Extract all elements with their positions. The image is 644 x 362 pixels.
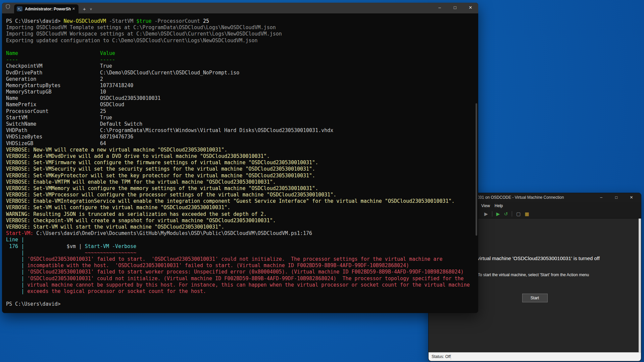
toolbar-separator: [492, 211, 492, 217]
terminal-line: Start-VM: C:\Users\david\OneDrive\Docume…: [6, 230, 474, 237]
minimize-icon[interactable]: –: [594, 193, 609, 202]
terminal-line: CheckpointVM True: [6, 63, 474, 69]
start-vm-icon[interactable]: ▶: [496, 211, 500, 217]
terminal-line: VERBOSE: Start-VM will start the virtual…: [6, 224, 474, 230]
terminal-line: [6, 295, 474, 301]
terminal-line: MemoryStartupBytes 10737418240: [6, 82, 474, 89]
terminal-line: | virtual machine cannot be supported by…: [6, 282, 474, 288]
terminal-line: VHDSizeBytes 68719476736: [6, 134, 474, 140]
terminal-line: | 'OSDCloud230530010031' failed to start…: [6, 269, 474, 275]
terminal-window-controls: – □ ✕: [432, 3, 478, 13]
terminal-line: Importing OSDCloudVM Workspace settings …: [6, 31, 474, 37]
start-button[interactable]: Start: [522, 294, 548, 302]
statusbar-divider: [451, 354, 451, 360]
revert-checkpoint-icon[interactable]: ↺: [504, 211, 508, 217]
tab-title: Administrator: PowerShell: [25, 7, 71, 11]
terminal-line: VERBOSE: Set-VMFirmware will configure t…: [6, 160, 474, 166]
share-icon[interactable]: ▦: [525, 211, 529, 217]
tab-close-icon[interactable]: ✕: [71, 7, 77, 11]
terminal-line: Name OSDCloud230530010031: [6, 95, 474, 102]
ctrl-alt-del-icon[interactable]: ▶: [484, 211, 488, 217]
terminal-tab-bar[interactable]: >_ Administrator: PowerShell ✕ + ˅ – □ ✕: [2, 3, 478, 13]
terminal-line: ---- -----: [6, 57, 474, 63]
terminal-line: VERBOSE: Set-VMSecurity will set the sec…: [6, 166, 474, 172]
terminal-line: 176 | $vm | Start-VM -Verbose: [6, 243, 474, 250]
terminal-line: PS C:\Users\david> New-OSDCloudVM -Start…: [6, 18, 474, 24]
terminal-line: Generation 2: [6, 76, 474, 82]
terminal-line: StartVM True: [6, 115, 474, 121]
terminal-line: VERBOSE: Set-VMMemory will configure the…: [6, 185, 474, 192]
desktop: OSDCloud230530010031 on OSDCODE - Virtua…: [0, 0, 644, 362]
menu-help[interactable]: Help: [492, 203, 505, 208]
close-icon[interactable]: ✕: [624, 193, 639, 202]
vm-scrollbar[interactable]: [639, 219, 641, 352]
terminal-line: VHDSizeGB 64: [6, 140, 474, 147]
terminal-line: Name Value: [6, 50, 474, 57]
terminal-line: MemoryStartupGB 10: [6, 89, 474, 95]
terminal-line: VERBOSE: Enable-VMTPM will enable the TP…: [6, 179, 474, 185]
menu-view[interactable]: View: [479, 203, 492, 208]
terminal-line: VHDPath C:\ProgramData\Microsoft\Windows…: [6, 127, 474, 134]
new-tab-icon[interactable]: +: [83, 7, 86, 11]
terminal-line: VERBOSE: Set-VMProcessor will configure …: [6, 192, 474, 198]
terminal-line: Importing OSDCloudVM Template settings a…: [6, 24, 474, 31]
tab-administrator-powershell[interactable]: >_ Administrator: PowerShell ✕: [14, 4, 79, 13]
maximize-icon[interactable]: □: [447, 3, 463, 13]
terminal-output[interactable]: PS C:\Users\david> New-OSDCloudVM -Start…: [2, 13, 478, 313]
terminal-line: VERBOSE: Checkpoint-VM will create a sna…: [6, 218, 474, 224]
vm-status-bar: Status: Off: [429, 352, 641, 361]
minimize-icon[interactable]: –: [432, 3, 447, 13]
terminal-line: PS C:\Users\david>: [6, 301, 474, 307]
terminal-line: VERBOSE: Set-VMKeyProtector will set the…: [6, 173, 474, 179]
terminal-line: VERBOSE: Enable-VMIntegrationService wil…: [6, 198, 474, 204]
terminal-line: | 'OSDCloud230530010031' could not initi…: [6, 276, 474, 282]
terminal-line: | exceeds the logical processor or socke…: [6, 288, 474, 295]
status-badge: Status: Off: [432, 353, 450, 361]
terminal-line: Exporting updated configuration to C:\De…: [6, 38, 474, 44]
vm-window-controls: – □ ✕: [594, 193, 639, 202]
terminal-line: VERBOSE: Set-VM will configure the virtu…: [6, 204, 474, 211]
terminal-line: NamePrefix OSDCloud: [6, 102, 474, 108]
terminal-scrollbar-thumb[interactable]: [476, 103, 477, 236]
terminal-line: ProcessorCount 25: [6, 108, 474, 115]
terminal-line: [6, 44, 474, 50]
terminal-line: SwitchName Default Switch: [6, 121, 474, 127]
tab-dropdown-chevron-icon[interactable]: ˅: [90, 7, 92, 11]
powershell-icon: >_: [17, 6, 22, 11]
terminal-line: | ~~~~~~~~~~~~~~~~~: [6, 250, 474, 256]
terminal-line: DvdDrivePath C:\Demo\OSDCloud\Current\OS…: [6, 70, 474, 76]
enhanced-session-icon[interactable]: ▢: [516, 211, 521, 217]
terminal-line: VERBOSE: Add-VMDvdDrive will add a DVD d…: [6, 153, 474, 160]
terminal-window: >_ Administrator: PowerShell ✕ + ˅ – □ ✕…: [2, 3, 478, 313]
terminal-line: WARNING: Resulting JSON is truncated as …: [6, 211, 474, 218]
close-icon[interactable]: ✕: [463, 3, 478, 13]
terminal-line: | incompatible with the host. 'OSDCloud2…: [6, 262, 474, 269]
terminal-line: Line |: [6, 237, 474, 243]
toolbar-separator: [512, 211, 512, 217]
admin-shield-icon: [5, 4, 11, 11]
maximize-icon[interactable]: □: [609, 193, 624, 202]
terminal-line: | 'OSDCloud230530010031' failed to start…: [6, 256, 474, 262]
terminal-line: VERBOSE: New-VM will create a new virtua…: [6, 147, 474, 153]
